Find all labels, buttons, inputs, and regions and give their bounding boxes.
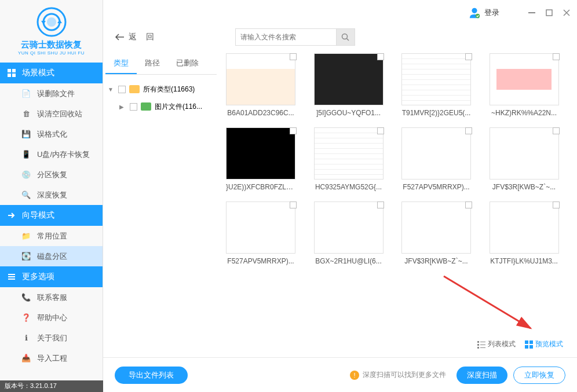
svg-point-15 bbox=[342, 34, 348, 39]
file-name: T91MVR[2)}2GEU5(... bbox=[401, 109, 471, 117]
scene-mode-header[interactable]: 场景模式 bbox=[0, 63, 103, 83]
checkbox[interactable] bbox=[465, 127, 472, 134]
file-item[interactable]: F527APV5MRRXP)... bbox=[401, 127, 483, 191]
sidebar-item-usb[interactable]: 📱U盘/内存卡恢复 bbox=[0, 144, 103, 164]
checkbox[interactable] bbox=[553, 202, 560, 208]
file-item[interactable]: ]5I]GGOU~YQFO1... bbox=[314, 53, 395, 117]
deep-icon: 🔍 bbox=[21, 190, 31, 200]
checkbox[interactable] bbox=[377, 53, 384, 60]
sidebar-item-help[interactable]: ❓帮助中心 bbox=[0, 307, 103, 328]
file-grid: B6A01ADD23C96C... ]5I]GGOU~YQFO1... T91M… bbox=[226, 53, 570, 265]
svg-rect-7 bbox=[12, 74, 16, 77]
preview-mode-button[interactable]: 预览模式 bbox=[525, 339, 563, 349]
checkbox[interactable] bbox=[290, 53, 297, 60]
file-name: JFV$3R[KWB~Z`~... bbox=[490, 183, 559, 191]
app-name: 云骑士数据恢复 bbox=[21, 39, 82, 50]
checkbox[interactable] bbox=[377, 127, 384, 134]
deep-scan-hint: ! 深度扫描可以找到更多文件 bbox=[350, 370, 446, 380]
sidebar-item-import[interactable]: 📥导入工程 bbox=[0, 348, 103, 368]
checkbox[interactable] bbox=[290, 202, 297, 208]
file-item[interactable]: B6A01ADD23C96C... bbox=[226, 53, 307, 117]
export-button[interactable]: 导出文件列表 bbox=[115, 367, 188, 384]
maximize-button[interactable] bbox=[545, 8, 554, 17]
svg-rect-17 bbox=[477, 341, 479, 343]
svg-rect-18 bbox=[480, 342, 485, 342]
logo-icon bbox=[36, 7, 67, 37]
version-bar: 版本号：3.21.0.17 bbox=[0, 380, 103, 392]
checkbox[interactable] bbox=[553, 127, 560, 134]
sidebar-item-recycle-bin[interactable]: 🗑误清空回收站 bbox=[0, 104, 103, 124]
file-thumbnail bbox=[314, 53, 384, 105]
file-thumbnail bbox=[314, 127, 384, 179]
svg-rect-4 bbox=[8, 69, 11, 72]
recover-button[interactable]: 立即恢复 bbox=[513, 367, 565, 384]
file-item[interactable]: T91MVR[2)}2GEU5(... bbox=[401, 53, 483, 117]
file-thumbnail bbox=[314, 202, 384, 254]
sidebar-item-format[interactable]: 💾误格式化 bbox=[0, 124, 103, 144]
close-button[interactable] bbox=[562, 8, 571, 17]
logo-area: 云骑士数据恢复 YUN QI SHI SHU JU HUI FU bbox=[0, 0, 103, 63]
partition-icon: 💽 bbox=[21, 251, 31, 262]
more-options-header[interactable]: 更多选项 bbox=[0, 266, 103, 287]
location-icon: 📁 bbox=[21, 231, 31, 241]
trash-icon: 🗑 bbox=[21, 109, 31, 119]
minimize-button[interactable] bbox=[527, 8, 536, 17]
file-thumbnail bbox=[401, 202, 471, 254]
scan-info: 扫描到11663个文件(共647.33MB) bbox=[115, 0, 219, 357]
grid-icon bbox=[525, 340, 533, 349]
svg-rect-5 bbox=[12, 69, 16, 72]
footer: 导出文件列表 ! 深度扫描可以找到更多文件 深度扫描 立即恢复 bbox=[103, 357, 577, 392]
svg-rect-21 bbox=[477, 347, 479, 349]
svg-rect-13 bbox=[528, 12, 535, 13]
sidebar-item-about[interactable]: ℹ关于我们 bbox=[0, 328, 103, 348]
checkbox[interactable] bbox=[553, 53, 560, 60]
file-thumbnail bbox=[490, 53, 559, 105]
window-controls bbox=[527, 8, 571, 17]
file-thumbnail bbox=[401, 53, 471, 105]
arrow-right-icon bbox=[7, 211, 16, 220]
sidebar-item-deleted-files[interactable]: 📄误删除文件 bbox=[0, 83, 103, 104]
file-item[interactable]: JFV$3R[KWB~Z`~... bbox=[401, 202, 483, 265]
checkbox[interactable] bbox=[377, 202, 384, 208]
sidebar-item-disk-partition[interactable]: 💽磁盘分区 bbox=[0, 246, 103, 266]
user-area[interactable]: 登录 bbox=[468, 6, 511, 19]
file-item[interactable]: BGX~2R1HU@LI(6... bbox=[314, 202, 395, 265]
checkbox[interactable] bbox=[465, 202, 472, 208]
list-icon bbox=[477, 340, 485, 349]
sidebar-item-contact[interactable]: 📞联系客服 bbox=[0, 287, 103, 307]
file-name: }U2E))XFCBR0FZLD... bbox=[226, 183, 295, 191]
svg-rect-25 bbox=[525, 345, 528, 349]
checkbox[interactable] bbox=[290, 127, 297, 134]
svg-rect-14 bbox=[546, 10, 552, 16]
list-mode-button[interactable]: 列表模式 bbox=[477, 339, 516, 349]
file-name: JFV$3R[KWB~Z`~... bbox=[401, 257, 471, 265]
file-item[interactable]: }U2E))XFCBR0FZLD... bbox=[226, 127, 307, 191]
search-icon bbox=[341, 33, 349, 41]
sidebar-item-deep[interactable]: 🔍深度恢复 bbox=[0, 185, 103, 205]
file-thumbnail bbox=[226, 53, 295, 105]
file-item[interactable]: ~HKZ)RK%%A22N... bbox=[490, 53, 571, 117]
file-name: KTJTFI}LK%UJ1M3... bbox=[490, 257, 559, 265]
checkbox[interactable] bbox=[465, 53, 472, 60]
file-item[interactable]: KTJTFI}LK%UJ1M3... bbox=[490, 202, 571, 265]
scene-mode-label: 场景模式 bbox=[22, 68, 54, 78]
sidebar-item-common-location[interactable]: 📁常用位置 bbox=[0, 226, 103, 246]
deep-scan-button[interactable]: 深度扫描 bbox=[457, 367, 507, 384]
user-icon bbox=[468, 6, 481, 19]
svg-rect-19 bbox=[477, 344, 479, 346]
file-thumbnail bbox=[226, 127, 295, 179]
file-thumbnail bbox=[401, 127, 471, 179]
search-button[interactable] bbox=[337, 28, 355, 46]
search-input[interactable] bbox=[235, 28, 337, 46]
file-thumbnail bbox=[490, 202, 559, 254]
sidebar-item-partition[interactable]: 💿分区恢复 bbox=[0, 164, 103, 185]
login-label: 登录 bbox=[484, 8, 499, 18]
file-name: F527APV5MRRXP)... bbox=[401, 183, 471, 191]
file-item[interactable]: JFV$3R[KWB~Z`~... bbox=[490, 127, 571, 191]
file-name: HC9325AYMG52G{... bbox=[314, 183, 384, 191]
file-thumbnail bbox=[226, 202, 295, 254]
file-item[interactable]: HC9325AYMG52G{... bbox=[314, 127, 395, 191]
file-item[interactable]: F527APV5MRRXP)... bbox=[226, 202, 307, 265]
wizard-mode-header[interactable]: 向导模式 bbox=[0, 205, 103, 226]
chevron-down-icon[interactable]: ▼ bbox=[108, 86, 115, 93]
